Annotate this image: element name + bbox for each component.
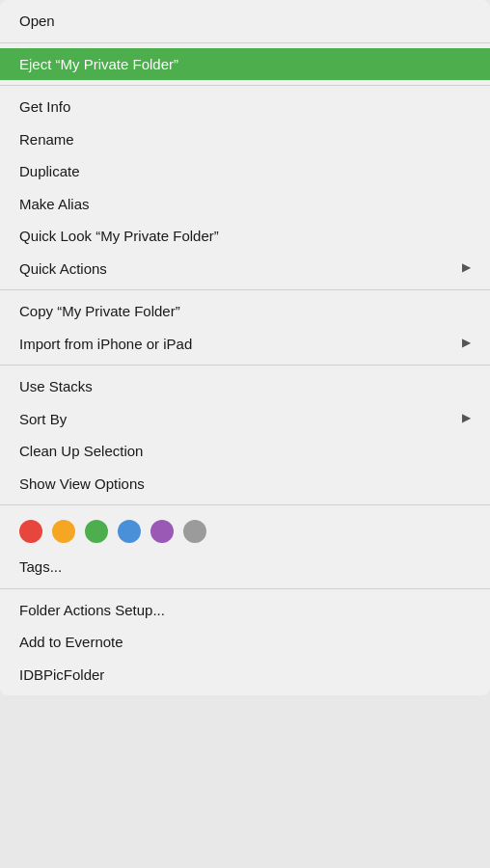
menu-item-show-view-options-label: Show View Options bbox=[19, 475, 145, 494]
menu-item-open[interactable]: Open bbox=[0, 5, 490, 38]
menu-item-get-info-label: Get Info bbox=[19, 97, 70, 117]
menu-item-import-label: Import from iPhone or iPad bbox=[19, 335, 192, 354]
menu-item-duplicate[interactable]: Duplicate bbox=[0, 155, 490, 188]
menu-item-show-view-options[interactable]: Show View Options bbox=[0, 468, 490, 501]
menu-item-make-alias[interactable]: Make Alias bbox=[0, 188, 490, 221]
context-menu: Open Eject “My Private Folder” Get Info … bbox=[0, 0, 490, 695]
menu-item-idbpicfolder[interactable]: IDBPicFolder bbox=[0, 659, 490, 692]
color-tag-purple[interactable] bbox=[150, 520, 174, 543]
color-tag-red[interactable] bbox=[19, 520, 42, 543]
menu-item-folder-actions-setup[interactable]: Folder Actions Setup... bbox=[0, 594, 490, 627]
menu-section-tags: Tags... bbox=[0, 505, 490, 589]
quick-actions-arrow-icon: ▶ bbox=[462, 260, 471, 276]
menu-item-sort-by-label: Sort By bbox=[19, 410, 67, 429]
menu-item-clean-up-selection[interactable]: Clean Up Selection bbox=[0, 435, 490, 468]
sort-by-arrow-icon: ▶ bbox=[462, 411, 471, 426]
menu-item-clean-up-selection-label: Clean Up Selection bbox=[19, 442, 143, 461]
menu-item-add-to-evernote[interactable]: Add to Evernote bbox=[0, 626, 490, 659]
menu-item-make-alias-label: Make Alias bbox=[19, 195, 90, 214]
menu-item-use-stacks[interactable]: Use Stacks bbox=[0, 370, 490, 403]
menu-item-quick-actions-label: Quick Actions bbox=[19, 259, 107, 279]
color-tags-row bbox=[0, 510, 490, 551]
menu-item-import[interactable]: Import from iPhone or iPad ▶ bbox=[0, 328, 490, 361]
menu-item-eject[interactable]: Eject “My Private Folder” bbox=[0, 48, 490, 81]
color-tag-blue[interactable] bbox=[118, 520, 141, 543]
menu-section-view: Use Stacks Sort By ▶ Clean Up Selection … bbox=[0, 366, 490, 505]
menu-item-copy[interactable]: Copy “My Private Folder” bbox=[0, 295, 490, 328]
menu-section-folder-actions: Folder Actions Setup... Add to Evernote … bbox=[0, 589, 490, 696]
menu-item-eject-label: Eject “My Private Folder” bbox=[19, 55, 178, 74]
menu-item-duplicate-label: Duplicate bbox=[19, 162, 80, 181]
menu-item-folder-actions-setup-label: Folder Actions Setup... bbox=[19, 601, 165, 620]
menu-item-quick-look-label: Quick Look “My Private Folder” bbox=[19, 227, 219, 246]
color-tag-orange[interactable] bbox=[52, 520, 75, 543]
menu-item-quick-actions[interactable]: Quick Actions ▶ bbox=[0, 253, 490, 285]
menu-item-copy-label: Copy “My Private Folder” bbox=[19, 302, 180, 321]
menu-section-info: Get Info Rename Duplicate Make Alias Qui… bbox=[0, 86, 490, 290]
menu-item-sort-by[interactable]: Sort By ▶ bbox=[0, 403, 490, 436]
color-tag-gray[interactable] bbox=[183, 520, 206, 543]
import-arrow-icon: ▶ bbox=[462, 336, 471, 351]
menu-item-quick-look[interactable]: Quick Look “My Private Folder” bbox=[0, 220, 490, 253]
menu-item-get-info[interactable]: Get Info bbox=[0, 91, 490, 123]
menu-item-rename-label: Rename bbox=[19, 130, 74, 149]
menu-item-add-to-evernote-label: Add to Evernote bbox=[19, 633, 123, 652]
menu-item-tags-label: Tags... bbox=[19, 557, 62, 577]
menu-item-rename[interactable]: Rename bbox=[0, 123, 490, 156]
menu-section-open: Open bbox=[0, 0, 490, 43]
menu-item-open-label: Open bbox=[19, 12, 55, 31]
menu-item-use-stacks-label: Use Stacks bbox=[19, 377, 93, 396]
menu-section-eject: Eject “My Private Folder” bbox=[0, 43, 490, 87]
menu-item-tags[interactable]: Tags... bbox=[0, 551, 490, 583]
menu-item-idbpicfolder-label: IDBPicFolder bbox=[19, 665, 104, 685]
color-tag-green[interactable] bbox=[85, 520, 108, 543]
menu-section-copy: Copy “My Private Folder” Import from iPh… bbox=[0, 290, 490, 366]
